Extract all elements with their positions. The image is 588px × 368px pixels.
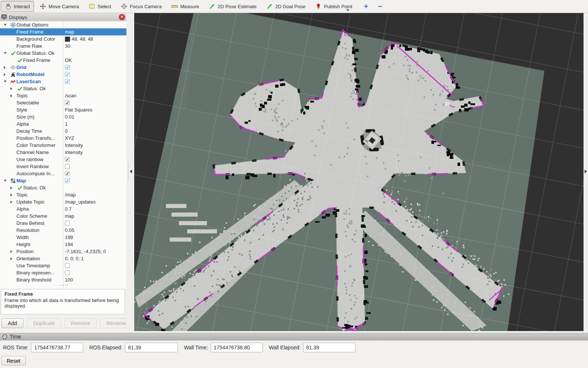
- tree-row-12-style[interactable]: StyleFlat Squares: [0, 106, 126, 113]
- tool-move-camera[interactable]: Move Camera: [35, 1, 83, 12]
- tree-row-28-draw-behind[interactable]: Draw Behind: [0, 220, 126, 227]
- row-checkbox[interactable]: ✓: [65, 65, 70, 70]
- tree-row-19-use-rainbow[interactable]: Use rainbow✓: [0, 156, 126, 163]
- row-checkbox[interactable]: ✓: [65, 178, 70, 183]
- tree-row-21-autocompute-in-[interactable]: Autocompute In...✓: [0, 170, 126, 177]
- row-checkbox[interactable]: [65, 270, 70, 275]
- row-checkbox[interactable]: ✓: [65, 72, 70, 77]
- tree-row-23-status-ok[interactable]: Status: Ok: [0, 184, 126, 191]
- tree-row-15-decay-time[interactable]: Decay Time0: [0, 128, 126, 135]
- tree-row-26-alpha[interactable]: Alpha0.7: [0, 205, 126, 213]
- row-value[interactable]: /map: [65, 191, 76, 198]
- tree-row-13-size-m-[interactable]: Size (m)0.01: [0, 113, 126, 120]
- tree-row-27-color-scheme[interactable]: Color Schememap: [0, 213, 126, 220]
- right-panel-expand-handle[interactable]: [584, 13, 588, 331]
- tree-row-10-topic[interactable]: Topic/scan: [0, 92, 126, 99]
- tree-row-17-color-transformer[interactable]: Color TransformerIntensity: [0, 142, 126, 149]
- row-value[interactable]: intensity: [65, 149, 83, 156]
- expand-right-icon[interactable]: [585, 170, 587, 173]
- row-value[interactable]: 0.7: [65, 205, 72, 213]
- 3d-viewport[interactable]: [134, 13, 584, 331]
- row-value[interactable]: 1: [65, 120, 67, 128]
- tree-row-3-frame-rate[interactable]: Frame Rate30: [0, 43, 126, 50]
- time-panel-titlebar[interactable]: Time: [0, 333, 588, 340]
- add-tool-button[interactable]: +: [360, 2, 372, 11]
- tree-row-24-topic[interactable]: Topic/map: [0, 191, 126, 198]
- expander[interactable]: [2, 66, 10, 69]
- row-checkbox[interactable]: [65, 164, 70, 169]
- tree-row-18-channel-name[interactable]: Channel Nameintensity: [0, 149, 126, 156]
- row-value[interactable]: map: [65, 213, 74, 220]
- row-value[interactable]: Intensity: [65, 142, 83, 149]
- tree-row-7-robotmodel[interactable]: RobotModel✓: [0, 71, 126, 78]
- row-value[interactable]: 0: [65, 128, 67, 135]
- tree-row-4-global-status-ok[interactable]: Global Status: Ok: [0, 50, 126, 57]
- row-value[interactable]: 0.05: [65, 227, 74, 234]
- row-value[interactable]: 100: [65, 276, 73, 283]
- expander[interactable]: [2, 81, 10, 82]
- expander[interactable]: [2, 24, 10, 26]
- splitter-handle[interactable]: [59, 284, 68, 286]
- row-checkbox[interactable]: ✓: [65, 100, 70, 105]
- row-checkbox[interactable]: ✓: [65, 157, 70, 162]
- tree-row-36-binary-threshold[interactable]: Binary threshold100: [0, 276, 126, 283]
- tree-row-31-height[interactable]: Height194: [0, 241, 126, 248]
- row-checkbox[interactable]: ✓: [65, 171, 70, 176]
- row-value[interactable]: 0.01: [65, 113, 74, 120]
- tree-row-32-position[interactable]: Position-7.1631; -4.2325; 0: [0, 248, 126, 255]
- tree-row-6-grid[interactable]: Grid✓: [0, 64, 126, 71]
- row-value[interactable]: /map_updates: [65, 198, 95, 205]
- row-value[interactable]: 194: [65, 241, 73, 248]
- tree-row-0-global-options[interactable]: Global Options: [0, 21, 126, 28]
- tool-measure[interactable]: Measure: [167, 1, 203, 12]
- row-value[interactable]: Flat Squares: [65, 106, 92, 113]
- tool-2d-pose-estimate[interactable]: 2D Pose Estimate: [205, 1, 261, 12]
- reset-button[interactable]: Reset: [1, 356, 26, 365]
- expander[interactable]: [9, 201, 16, 204]
- row-value[interactable]: 199: [65, 234, 73, 241]
- row-value[interactable]: OK: [65, 57, 72, 64]
- tree-row-29-resolution[interactable]: Resolution0.05: [0, 227, 126, 234]
- expander[interactable]: [2, 180, 10, 182]
- tree-row-34-use-timestamp[interactable]: Use Timestamp: [0, 262, 126, 269]
- expander[interactable]: [2, 52, 10, 54]
- remove-button[interactable]: Remove: [65, 318, 97, 328]
- expander[interactable]: [9, 186, 16, 189]
- duplicate-button[interactable]: Duplicate: [27, 318, 61, 328]
- expander[interactable]: [9, 94, 16, 97]
- tree-row-9-status-ok[interactable]: Status: Ok: [0, 85, 126, 92]
- tree-row-20-invert-rainbow[interactable]: Invert Rainbow: [0, 163, 126, 170]
- time-field-input-ros-elapsed-[interactable]: [125, 343, 178, 352]
- tree-row-25-update-topic[interactable]: Update Topic/map_updates: [0, 198, 126, 205]
- time-field-input-wall-elapsed-[interactable]: [303, 343, 355, 352]
- displays-panel-titlebar[interactable]: Displays ✕: [0, 13, 126, 22]
- tree-row-22-map[interactable]: Map✓: [0, 177, 126, 184]
- tree-row-30-width[interactable]: Width199: [0, 234, 126, 241]
- tree-row-1-fixed-frame[interactable]: Fixed Framemap: [0, 28, 126, 35]
- collapse-left-icon[interactable]: [130, 170, 132, 173]
- time-field-input-ros-time-[interactable]: [31, 343, 83, 352]
- tool-2d-goal-pose[interactable]: 2D Goal Pose: [262, 1, 309, 12]
- row-value[interactable]: -7.1631; -4.2325; 0: [65, 248, 106, 255]
- tree-row-5-fixed-frame[interactable]: Fixed FrameOK: [0, 57, 126, 64]
- expander[interactable]: [2, 73, 10, 76]
- row-value[interactable]: 30: [65, 43, 70, 50]
- tree-row-16-position-transfo-[interactable]: Position Transfo...XYZ: [0, 135, 126, 142]
- tool-publish-point[interactable]: Publish Point: [311, 1, 356, 12]
- row-checkbox[interactable]: [65, 221, 70, 226]
- color-swatch[interactable]: [65, 37, 70, 42]
- tree-row-33-orientation[interactable]: Orientation0; 0; 0; 1: [0, 255, 126, 262]
- tool-interact[interactable]: Interact: [1, 1, 34, 12]
- expander[interactable]: [9, 257, 16, 260]
- left-panel-resize-handle[interactable]: [126, 13, 134, 331]
- tree-row-35-binary-represen-[interactable]: Binary represen...: [0, 269, 126, 276]
- row-value[interactable]: XYZ: [65, 135, 74, 142]
- toolbar-overflow-icon[interactable]: [346, 9, 349, 11]
- time-field-input-wall-time-[interactable]: [211, 343, 263, 352]
- add-button[interactable]: Add: [1, 318, 23, 328]
- tool-focus-camera[interactable]: Focus Camera: [117, 1, 166, 12]
- remove-tool-button[interactable]: −: [374, 2, 386, 11]
- tree-row-8-laserscan[interactable]: LaserScan✓: [0, 78, 126, 85]
- row-value[interactable]: map: [65, 28, 74, 35]
- tool-select[interactable]: Select: [85, 1, 115, 12]
